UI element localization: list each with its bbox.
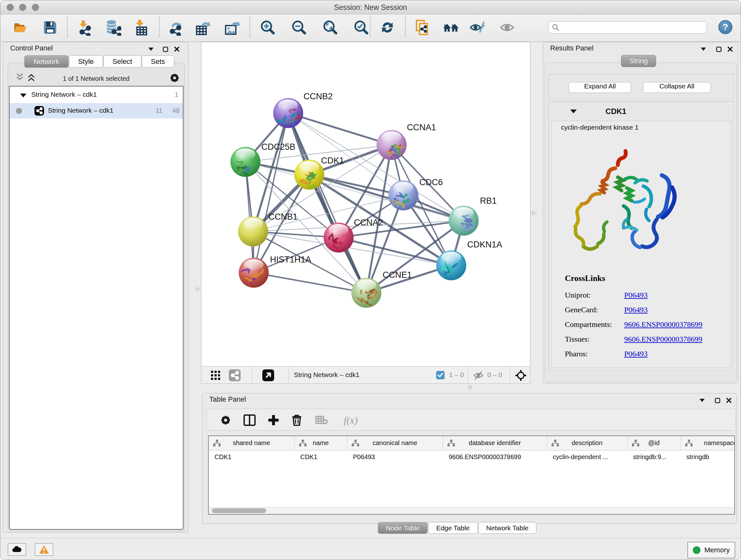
- column-header-name[interactable]: name: [294, 436, 347, 450]
- function-builder-button[interactable]: f(x): [338, 412, 363, 428]
- table-cell[interactable]: stringdb:9...: [627, 450, 681, 463]
- import-network-database-button[interactable]: [105, 19, 121, 36]
- network-share-button[interactable]: [229, 369, 241, 381]
- results-panel-float-button[interactable]: [699, 45, 707, 53]
- add-column-button[interactable]: [266, 412, 281, 428]
- maximize-icon: [716, 47, 722, 52]
- column-header-database-identifier[interactable]: database identifier: [443, 436, 547, 450]
- title-bar: Session: New Session: [0, 0, 741, 14]
- column-header-canonical-name[interactable]: canonical name: [347, 436, 443, 450]
- graph-node-CDC6[interactable]: [388, 180, 418, 210]
- column-header-description[interactable]: description: [547, 436, 627, 450]
- graph-node-CDK1[interactable]: [294, 160, 324, 190]
- refresh-button[interactable]: [379, 19, 396, 36]
- crosslink-link[interactable]: P06493: [624, 350, 648, 358]
- table-options-button[interactable]: [218, 412, 233, 428]
- tab-select[interactable]: Select: [104, 55, 141, 68]
- table-cell[interactable]: stringdb: [681, 450, 735, 463]
- show-all-button[interactable]: [499, 19, 515, 36]
- zoom-in-button[interactable]: [259, 19, 276, 36]
- show-column-selector-button[interactable]: [242, 412, 258, 428]
- crosslink-label: Tissues:: [565, 335, 624, 344]
- save-session-button[interactable]: [42, 19, 58, 36]
- crosslink-link[interactable]: 9606.ENSP00000378699: [624, 335, 702, 344]
- table-panel-float-button[interactable]: [698, 396, 706, 404]
- table-panel-close-button[interactable]: [725, 396, 733, 404]
- right-splitter-handle[interactable]: [530, 210, 536, 216]
- network-view-canvas[interactable]: CCNB2CCNA1CDC25BCDK1CDC6RB1CCNB1CCNA2CDK…: [201, 42, 530, 367]
- graph-node-CCNA2[interactable]: [324, 223, 354, 253]
- warnings-button[interactable]: [35, 543, 53, 556]
- table-cell[interactable]: CDK1: [209, 450, 294, 463]
- search-icon: [552, 23, 559, 31]
- network-row[interactable]: String Network – cdk1 11 48: [10, 103, 183, 118]
- column-header-namespace[interactable]: namespace: [681, 436, 735, 450]
- selected-checkbox[interactable]: [436, 371, 445, 379]
- open-session-button[interactable]: [12, 19, 29, 36]
- tab-network[interactable]: Network: [24, 55, 69, 68]
- results-panel-maximize-button[interactable]: [715, 45, 723, 53]
- bottom-splitter-handle[interactable]: [467, 384, 473, 390]
- save-floppy-icon: [43, 20, 58, 35]
- cloud-status-button[interactable]: [8, 543, 26, 556]
- string-home-button[interactable]: [443, 19, 459, 36]
- help-button[interactable]: ?: [718, 20, 732, 34]
- graph-edge-HIST1H1A-CCNE1[interactable]: [254, 273, 366, 293]
- export-network-button[interactable]: [169, 19, 185, 36]
- table-cell[interactable]: CDK1: [294, 450, 347, 463]
- graph-edge-CCNB2-CCNA1[interactable]: [288, 113, 392, 145]
- table-row[interactable]: CDK1CDK1P064939606.ENSP00000378699cyclin…: [209, 450, 735, 463]
- left-splitter-handle[interactable]: [195, 286, 201, 292]
- import-network-file-button[interactable]: [75, 19, 91, 36]
- export-image-button[interactable]: [224, 19, 241, 36]
- scrollbar-thumb[interactable]: [212, 508, 266, 513]
- results-tab-string[interactable]: String: [621, 55, 656, 67]
- network-collection-row[interactable]: String Network – cdk1 1: [10, 86, 183, 103]
- collapse-all-button[interactable]: Collapse All: [643, 82, 711, 93]
- table-cell[interactable]: 9606.ENSP00000378699: [443, 450, 547, 463]
- zoom-out-button[interactable]: [291, 19, 307, 36]
- control-panel-close-button[interactable]: [173, 45, 181, 53]
- import-table-file-button[interactable]: [133, 19, 150, 36]
- graph-node-CDKN1A[interactable]: [436, 250, 466, 280]
- delete-column-button[interactable]: [289, 412, 305, 428]
- table-panel-maximize-button[interactable]: [714, 396, 721, 404]
- delete-table-button[interactable]: [314, 412, 330, 428]
- expand-all-button[interactable]: Expand All: [569, 82, 631, 93]
- network-options-button[interactable]: [169, 72, 180, 84]
- crosslink-link[interactable]: 9606.ENSP00000378699: [624, 320, 702, 329]
- hide-selected-button[interactable]: [469, 19, 486, 36]
- table-cell[interactable]: P06493: [347, 450, 443, 463]
- open-in-window-button[interactable]: [262, 369, 274, 381]
- column-header-@id[interactable]: @id: [627, 436, 681, 450]
- graph-node-HIST1H1A[interactable]: [239, 258, 269, 289]
- control-panel-maximize-button[interactable]: [161, 45, 169, 53]
- birdseye-toggle-button[interactable]: [211, 371, 220, 381]
- graph-node-CCNA1[interactable]: [377, 130, 407, 162]
- graph-node-RB1[interactable]: [449, 206, 479, 236]
- memory-button[interactable]: Memory: [687, 542, 735, 558]
- crosslink-link[interactable]: P06493: [624, 291, 648, 300]
- graph-node-CDC25B[interactable]: [230, 147, 260, 177]
- tab-edge-table[interactable]: Edge Table: [428, 522, 478, 534]
- tab-sets[interactable]: Sets: [142, 55, 174, 68]
- export-table-button[interactable]: [195, 19, 211, 36]
- gene-entry-header[interactable]: CDK1: [549, 102, 733, 121]
- results-panel-close-button[interactable]: [726, 45, 734, 53]
- tab-node-table[interactable]: Node Table: [378, 522, 428, 534]
- zoom-fit-button[interactable]: [322, 19, 339, 36]
- center-view-button[interactable]: [515, 370, 527, 382]
- table-horizontal-scrollbar[interactable]: [209, 507, 734, 514]
- column-header-shared-name[interactable]: shared name: [209, 436, 294, 450]
- gene-description: cyclin-dependent kinase 1: [561, 124, 638, 131]
- graph-node-CCNE1[interactable]: [351, 278, 381, 309]
- control-panel-float-button[interactable]: [147, 45, 155, 53]
- search-input[interactable]: [561, 24, 702, 31]
- table-cell[interactable]: cyclin-dependent ...: [547, 450, 627, 463]
- crosslink-link[interactable]: P06493: [624, 306, 648, 314]
- tab-style[interactable]: Style: [69, 55, 103, 68]
- zoom-selected-button[interactable]: [353, 19, 369, 36]
- new-network-from-selection-button[interactable]: [414, 19, 431, 36]
- tab-network-table[interactable]: Network Table: [478, 522, 537, 534]
- graph-node-CCNB1[interactable]: [238, 216, 268, 246]
